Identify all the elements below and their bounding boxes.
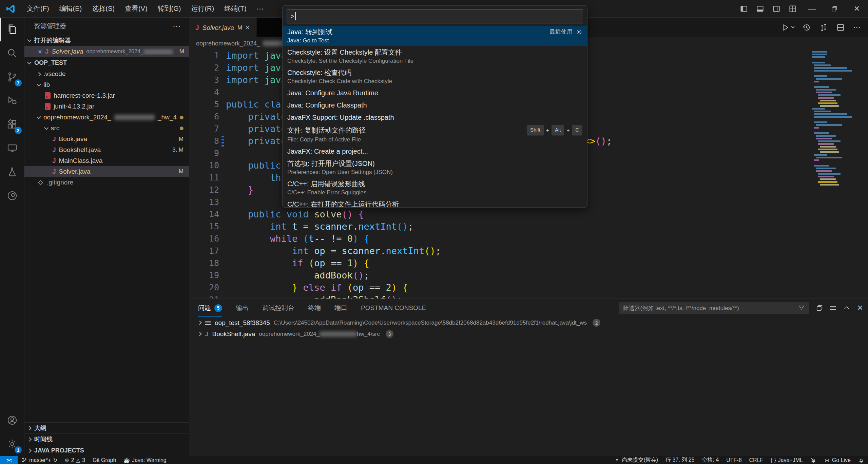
cursor-position[interactable]: 行 37, 列 25 bbox=[662, 457, 698, 464]
panel-tab-输出[interactable]: 输出 bbox=[236, 299, 249, 317]
tree-item-.vscode[interactable]: .vscode bbox=[24, 69, 189, 79]
minimap-line bbox=[812, 62, 825, 63]
account-button[interactable] bbox=[0, 408, 24, 432]
git-graph-button[interactable]: Git Graph bbox=[89, 456, 120, 464]
command-item[interactable]: 首选项: 打开用户设置(JSON)Preferences: Open User … bbox=[283, 158, 587, 177]
go-live-button[interactable]: Go Live bbox=[820, 457, 854, 463]
tree-item-hamcrestcore1.3.jar[interactable]: hamcrest-core-1.3.jar bbox=[24, 90, 189, 101]
indentation[interactable]: 空格: 4 bbox=[698, 457, 722, 464]
close-icon[interactable]: × bbox=[38, 48, 42, 56]
command-label-en: File: Copy Path of Active File bbox=[287, 136, 582, 144]
more-actions-icon[interactable]: ⋯ bbox=[173, 21, 181, 31]
tree-item-MainClass.java[interactable]: JMainClass.java bbox=[24, 155, 189, 166]
minimize-icon[interactable]: — bbox=[801, 0, 823, 18]
sidebar-item-postman[interactable] bbox=[0, 184, 24, 208]
command-item[interactable]: JavaFX Support: Update .classpath bbox=[283, 112, 587, 123]
menu-item[interactable]: 终端(T) bbox=[219, 0, 252, 17]
minimap-line bbox=[814, 64, 831, 66]
notifications-button[interactable] bbox=[854, 457, 868, 463]
settings-button[interactable]: 1 bbox=[0, 432, 24, 456]
command-input[interactable]: > bbox=[287, 9, 583, 23]
run-button[interactable] bbox=[782, 23, 794, 32]
panel-tab-端口[interactable]: 端口 bbox=[334, 299, 347, 317]
tree-item-label: Bookshelf.java bbox=[59, 146, 101, 154]
tree-item-src[interactable]: src bbox=[24, 123, 189, 134]
folder-section[interactable]: OOP_TEST bbox=[24, 57, 189, 69]
tab-solver-java[interactable]: J Solver.java M × bbox=[189, 18, 256, 37]
command-item[interactable]: Checkstyle: 检查代码Checkstyle: Check Code w… bbox=[283, 67, 587, 86]
sidebar-item-extensions[interactable]: 2 bbox=[0, 113, 24, 136]
error-icon: ⊗ bbox=[65, 457, 69, 463]
commit-status[interactable]: 尚未提交(暂存) bbox=[611, 457, 662, 464]
remote-indicator[interactable]: >< bbox=[0, 456, 18, 464]
more-actions-icon[interactable]: ⋯ bbox=[853, 23, 861, 32]
command-item[interactable]: Java: Configure Java Runtime bbox=[283, 87, 587, 99]
encoding[interactable]: UTF-8 bbox=[722, 457, 745, 463]
git-branch-status[interactable]: master*+ ↻ bbox=[18, 456, 61, 464]
language-mode[interactable]: { } Java+JML bbox=[767, 457, 807, 463]
minimap-line bbox=[816, 168, 836, 169]
history-icon[interactable] bbox=[802, 23, 811, 32]
run-debug-icon bbox=[6, 95, 18, 107]
tree-item-Bookshelf.java[interactable]: JBookshelf.java3, M bbox=[24, 144, 189, 155]
panel-tab-POSTMAN CONSOLE[interactable]: POSTMAN CONSOLE bbox=[361, 299, 426, 317]
java-file-icon: J bbox=[205, 330, 209, 338]
problem-group-row[interactable]: JBookShelf.javaooprehomework_2024_hw_4\s… bbox=[189, 328, 868, 340]
command-item[interactable]: C/C++: 启用错误波形曲线C/C++: Enable Error Squig… bbox=[283, 178, 587, 198]
menu-item[interactable]: 转到(G) bbox=[153, 0, 186, 17]
layout-sidebar-right-icon[interactable] bbox=[772, 4, 781, 13]
open-editor-item[interactable]: × J Solver.java ooprehomework_2024_. M bbox=[24, 46, 189, 57]
tree-item-Book.java[interactable]: JBook.javaM bbox=[24, 134, 189, 144]
layout-sidebar-left-icon[interactable] bbox=[739, 4, 748, 13]
command-item[interactable]: 文件: 复制活动文件的路径Shift+Alt+CFile: Copy Path … bbox=[283, 124, 587, 145]
menu-item[interactable]: 选择(S) bbox=[87, 0, 120, 17]
java-status[interactable]: ☕ Java: Warning bbox=[120, 456, 170, 464]
sidebar-item-explorer[interactable] bbox=[0, 18, 24, 41]
panel-tab-调试控制台[interactable]: 调试控制台 bbox=[262, 299, 294, 317]
problems-status[interactable]: ⊗ 2 △ 3 bbox=[61, 456, 89, 464]
open-in-editor-icon[interactable] bbox=[816, 304, 823, 312]
command-item[interactable]: C/C++: 在打开的文件上运行代码分析 bbox=[283, 198, 587, 208]
command-item[interactable]: Java: 转到测试最近使用Java: Go to Test bbox=[283, 26, 587, 46]
sidebar-item-run-debug[interactable] bbox=[0, 89, 24, 113]
menu-item[interactable]: 文件(F) bbox=[22, 0, 54, 17]
minimap[interactable] bbox=[812, 51, 863, 187]
maximize-panel-icon[interactable] bbox=[843, 304, 850, 312]
menu-item[interactable]: 运行(R) bbox=[186, 0, 219, 17]
command-item[interactable]: JavaFX: Create a project... bbox=[283, 146, 587, 157]
panel-tab-终端[interactable]: 终端 bbox=[308, 299, 321, 317]
command-item[interactable]: Java: Configure Classpath bbox=[283, 99, 587, 111]
section-timeline[interactable]: 时间线 bbox=[24, 433, 189, 445]
section-outline[interactable]: 大纲 bbox=[24, 422, 189, 433]
sidebar-item-search[interactable] bbox=[0, 41, 24, 65]
menu-item[interactable]: 编辑(E) bbox=[54, 0, 87, 17]
tree-item-.gitignore[interactable]: .gitignore bbox=[24, 177, 189, 188]
close-icon[interactable]: ✕ bbox=[846, 0, 868, 18]
tree-item-ooprehomework2024[interactable]: ooprehomework_2024__hw_4 bbox=[24, 112, 189, 123]
section-java-projects[interactable]: JAVA PROJECTS bbox=[24, 445, 189, 456]
menu-item[interactable]: ⋯ bbox=[252, 0, 269, 17]
compare-changes-icon[interactable] bbox=[819, 23, 828, 32]
line-number: 7 bbox=[189, 123, 219, 135]
panel-tab-问题[interactable]: 问题5 bbox=[198, 299, 222, 317]
close-panel-icon[interactable]: ✕ bbox=[857, 304, 863, 312]
eol-sequence[interactable]: CRLF bbox=[746, 457, 767, 463]
problems-filter-input[interactable]: 筛选器(例如 text, **/*.ts, !**/node_modules/*… bbox=[619, 302, 809, 314]
close-icon[interactable]: × bbox=[246, 24, 250, 32]
bell-slash-button[interactable] bbox=[807, 457, 820, 463]
sidebar-item-source-control[interactable]: 7 bbox=[0, 65, 24, 89]
tree-item-lib[interactable]: lib bbox=[24, 79, 189, 90]
sidebar-item-remote-explorer[interactable] bbox=[0, 136, 24, 160]
restore-icon[interactable] bbox=[823, 0, 846, 18]
sidebar-item-testing[interactable] bbox=[0, 160, 24, 184]
menu-item[interactable]: 查看(V) bbox=[120, 0, 153, 17]
command-item[interactable]: Checkstyle: 设置 Checkstyle 配置文件Checkstyle… bbox=[283, 46, 587, 66]
view-as-list-icon[interactable] bbox=[830, 306, 836, 310]
tree-item-Solver.java[interactable]: JSolver.javaM bbox=[24, 166, 189, 177]
tree-item-junit4.13.2.jar[interactable]: junit-4.13.2.jar bbox=[24, 101, 189, 112]
split-editor-icon[interactable] bbox=[836, 23, 845, 32]
problem-group-row[interactable]: oop_test_58f38345C:\Users\24502\AppData\… bbox=[189, 317, 868, 328]
layout-panel-icon[interactable] bbox=[756, 4, 765, 13]
layout-grid-icon[interactable] bbox=[788, 4, 797, 13]
open-editors-section[interactable]: 打开的编辑器 bbox=[24, 35, 189, 46]
